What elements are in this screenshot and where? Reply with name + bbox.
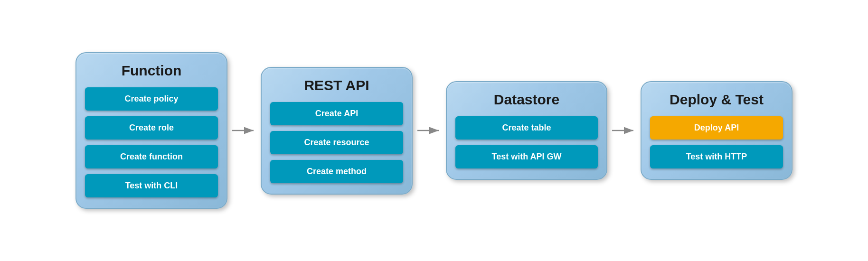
btn-create-function[interactable]: Create function	[85, 145, 218, 168]
panel-function-title: Function	[122, 63, 182, 79]
btn-test-with-http[interactable]: Test with HTTP	[650, 145, 783, 168]
arrow-1	[227, 121, 261, 140]
panel-datastore-title: Datastore	[494, 92, 559, 108]
btn-deploy-api[interactable]: Deploy API	[650, 116, 783, 140]
btn-create-resource[interactable]: Create resource	[270, 131, 403, 154]
btn-create-policy[interactable]: Create policy	[85, 87, 218, 111]
btn-create-role[interactable]: Create role	[85, 116, 218, 140]
btn-create-table[interactable]: Create table	[455, 116, 598, 140]
btn-test-with-api-gw[interactable]: Test with API GW	[455, 145, 598, 168]
panel-function: Function Create policy Create role Creat…	[75, 52, 227, 209]
btn-test-with-cli[interactable]: Test with CLI	[85, 174, 218, 197]
panel-deploy-test: Deploy & Test Deploy API Test with HTTP	[641, 81, 793, 180]
panel-deploy-test-title: Deploy & Test	[670, 92, 764, 108]
diagram: Function Create policy Create role Creat…	[57, 43, 811, 218]
panel-rest-api: REST API Create API Create resource Crea…	[261, 67, 413, 195]
panel-rest-api-title: REST API	[304, 77, 369, 93]
panel-datastore: Datastore Create table Test with API GW	[446, 81, 607, 180]
btn-create-api[interactable]: Create API	[270, 102, 403, 125]
arrow-3	[607, 121, 641, 140]
btn-create-method[interactable]: Create method	[270, 160, 403, 183]
arrow-2	[413, 121, 446, 140]
